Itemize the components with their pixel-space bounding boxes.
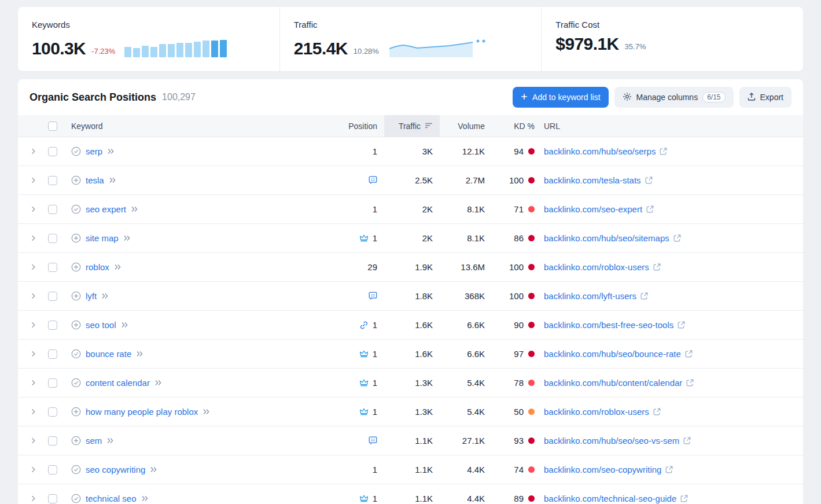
url-link[interactable]: backlinko.com/technical-seo-guide [544,494,676,503]
keyword-link[interactable]: sem [86,436,102,446]
url-link[interactable]: backlinko.com/lyft-users [544,291,636,301]
header-kd[interactable]: KD % [492,115,543,137]
external-link-icon[interactable] [680,495,688,502]
url-link[interactable]: backlinko.com/hub/seo/serps [544,146,656,156]
external-link-icon[interactable] [678,321,685,329]
expand-row-chevron-icon[interactable] [30,466,36,473]
row-checkbox[interactable] [48,321,57,330]
view-serp-chevrons-icon[interactable] [123,235,131,241]
external-link-icon[interactable] [645,176,653,184]
keyword-link[interactable]: serp [86,146,102,156]
view-serp-chevrons-icon[interactable] [121,322,128,328]
keyword-in-list-icon[interactable] [71,204,81,214]
expand-row-chevron-icon[interactable] [30,409,36,415]
row-checkbox[interactable] [48,436,57,446]
view-serp-chevrons-icon[interactable] [136,351,143,357]
row-checkbox[interactable] [48,378,57,388]
row-checkbox[interactable] [48,350,57,359]
keyword-link[interactable]: roblox [86,262,109,272]
keyword-link[interactable]: site map [86,233,119,243]
external-link-icon[interactable] [660,148,667,155]
external-link-icon[interactable] [673,234,681,242]
url-link[interactable]: backlinko.com/hub/content/calendar [544,378,682,388]
expand-row-chevron-icon[interactable] [30,206,36,212]
row-checkbox[interactable] [48,407,57,417]
url-link[interactable]: backlinko.com/best-free-seo-tools [544,320,673,330]
view-serp-chevrons-icon[interactable] [203,409,210,415]
keyword-link[interactable]: lyft [86,291,97,301]
add-keyword-icon[interactable] [71,436,81,446]
view-serp-chevrons-icon[interactable] [109,177,116,183]
view-serp-chevrons-icon[interactable] [131,206,138,212]
expand-row-chevron-icon[interactable] [30,177,36,183]
header-position[interactable]: Position [332,115,384,137]
expand-row-chevron-icon[interactable] [30,148,36,154]
keyword-in-list-icon[interactable] [71,146,81,156]
expand-row-chevron-icon[interactable] [30,293,36,299]
header-volume[interactable]: Volume [440,115,492,137]
manage-columns-button[interactable]: Manage columns 6/15 [614,87,734,108]
view-serp-chevrons-icon[interactable] [150,466,157,473]
expand-row-chevron-icon[interactable] [30,264,36,270]
url-link[interactable]: backlinko.com/hub/seo/bounce-rate [544,349,681,359]
row-checkbox[interactable] [48,147,57,156]
row-checkbox[interactable] [48,205,57,214]
keyword-link[interactable]: bounce rate [86,349,131,359]
keyword-link[interactable]: seo copywriting [86,465,145,474]
row-checkbox[interactable] [48,494,57,503]
view-serp-chevrons-icon[interactable] [114,264,122,270]
external-link-icon[interactable] [640,292,648,300]
export-button[interactable]: Export [739,87,791,108]
header-url[interactable]: URL [543,115,803,137]
external-link-icon[interactable] [665,466,673,473]
view-serp-chevrons-icon[interactable] [101,293,109,299]
add-keyword-icon[interactable] [71,407,81,417]
row-checkbox[interactable] [48,234,57,243]
expand-row-chevron-icon[interactable] [30,235,36,241]
select-all-checkbox[interactable] [48,122,57,131]
url-link[interactable]: backlinko.com/hub/seo/sitemaps [544,233,669,243]
expand-row-chevron-icon[interactable] [30,351,36,357]
url-link[interactable]: backlinko.com/hub/seo/seo-vs-sem [544,436,679,446]
url-link[interactable]: backlinko.com/tesla-stats [544,175,641,185]
external-link-icon[interactable] [685,350,693,358]
external-link-icon[interactable] [686,379,694,387]
keyword-in-list-icon[interactable] [71,465,81,474]
add-to-keyword-list-button[interactable]: Add to keyword list [513,87,609,108]
expand-row-chevron-icon[interactable] [30,495,36,502]
add-keyword-icon[interactable] [71,291,81,301]
view-serp-chevrons-icon[interactable] [141,495,149,502]
url-link[interactable]: backlinko.com/roblox-users [544,407,649,417]
keyword-link[interactable]: technical seo [86,494,137,503]
keyword-link[interactable]: content calendar [86,378,150,388]
expand-row-chevron-icon[interactable] [30,380,36,386]
add-keyword-icon[interactable] [71,320,81,330]
keyword-in-list-icon[interactable] [71,349,81,359]
url-link[interactable]: backlinko.com/seo-copywriting [544,465,661,474]
external-link-icon[interactable] [653,408,661,415]
add-keyword-icon[interactable] [71,262,81,272]
keyword-link[interactable]: seo tool [86,320,116,330]
expand-row-chevron-icon[interactable] [30,322,36,328]
row-checkbox[interactable] [48,465,57,474]
keyword-link[interactable]: tesla [86,175,104,185]
add-keyword-icon[interactable] [71,233,81,243]
url-link[interactable]: backlinko.com/roblox-users [544,262,649,272]
view-serp-chevrons-icon[interactable] [154,380,162,386]
keyword-in-list-icon[interactable] [71,378,81,388]
add-keyword-icon[interactable] [71,175,81,185]
external-link-icon[interactable] [653,263,661,271]
header-traffic[interactable]: Traffic [384,115,440,137]
expand-row-chevron-icon[interactable] [30,437,36,444]
keyword-link[interactable]: how many people play roblox [86,407,198,417]
header-keyword[interactable]: Keyword [71,115,332,137]
keyword-in-list-icon[interactable] [71,494,81,503]
row-checkbox[interactable] [48,176,57,185]
url-link[interactable]: backlinko.com/seo-expert [544,204,642,214]
view-serp-chevrons-icon[interactable] [106,437,114,444]
view-serp-chevrons-icon[interactable] [107,148,115,154]
row-checkbox[interactable] [48,292,57,301]
external-link-icon[interactable] [646,205,654,213]
external-link-icon[interactable] [683,437,691,444]
row-checkbox[interactable] [48,263,57,272]
